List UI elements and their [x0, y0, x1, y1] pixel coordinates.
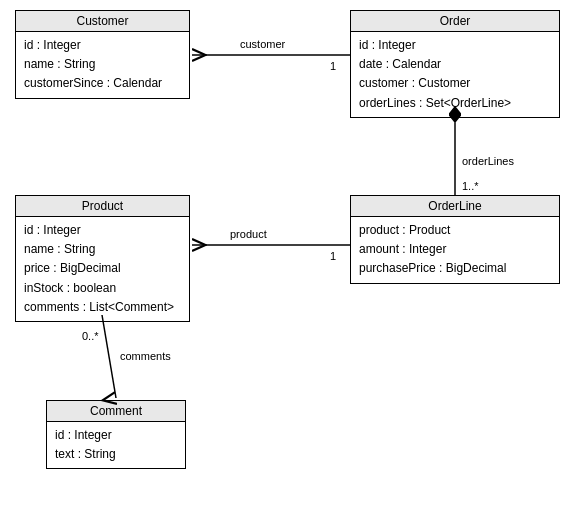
order-field-1: id : Integer — [359, 36, 551, 55]
product-field-3: price : BigDecimal — [24, 259, 181, 278]
order-field-3: customer : Customer — [359, 74, 551, 93]
customer-order-mult: 1 — [330, 60, 336, 72]
order-class: Order id : Integer date : Calendar custo… — [350, 10, 560, 118]
product-class-header: Product — [16, 196, 189, 217]
product-field-2: name : String — [24, 240, 181, 259]
customer-order-label: customer — [240, 38, 286, 50]
comment-class-body: id : Integer text : String — [47, 422, 185, 468]
customer-class: Customer id : Integer name : String cust… — [15, 10, 190, 99]
product-class: Product id : Integer name : String price… — [15, 195, 190, 322]
product-field-5: comments : List<Comment> — [24, 298, 181, 317]
comment-class: Comment id : Integer text : String — [46, 400, 186, 469]
orderline-class-body: product : Product amount : Integer purch… — [351, 217, 559, 283]
customer-class-header: Customer — [16, 11, 189, 32]
order-orderline-label: orderLines — [462, 155, 514, 167]
order-field-4: orderLines : Set<OrderLine> — [359, 94, 551, 113]
product-comment-label: comments — [120, 350, 171, 362]
orderline-field-2: amount : Integer — [359, 240, 551, 259]
orderline-class: OrderLine product : Product amount : Int… — [350, 195, 560, 284]
customer-field-1: id : Integer — [24, 36, 181, 55]
order-class-header: Order — [351, 11, 559, 32]
customer-class-body: id : Integer name : String customerSince… — [16, 32, 189, 98]
order-field-2: date : Calendar — [359, 55, 551, 74]
product-field-4: inStock : boolean — [24, 279, 181, 298]
product-orderline-label: product — [230, 228, 267, 240]
order-orderline-mult: 1..* — [462, 180, 479, 192]
comment-field-1: id : Integer — [55, 426, 177, 445]
orderline-field-3: purchasePrice : BigDecimal — [359, 259, 551, 278]
product-field-1: id : Integer — [24, 221, 181, 240]
customer-field-3: customerSince : Calendar — [24, 74, 181, 93]
comment-class-header: Comment — [47, 401, 185, 422]
product-comment-mult: 0..* — [82, 330, 99, 342]
customer-field-2: name : String — [24, 55, 181, 74]
product-class-body: id : Integer name : String price : BigDe… — [16, 217, 189, 321]
orderline-field-1: product : Product — [359, 221, 551, 240]
orderline-class-header: OrderLine — [351, 196, 559, 217]
product-orderline-mult: 1 — [330, 250, 336, 262]
order-class-body: id : Integer date : Calendar customer : … — [351, 32, 559, 117]
comment-field-2: text : String — [55, 445, 177, 464]
product-comment-line — [102, 315, 116, 398]
